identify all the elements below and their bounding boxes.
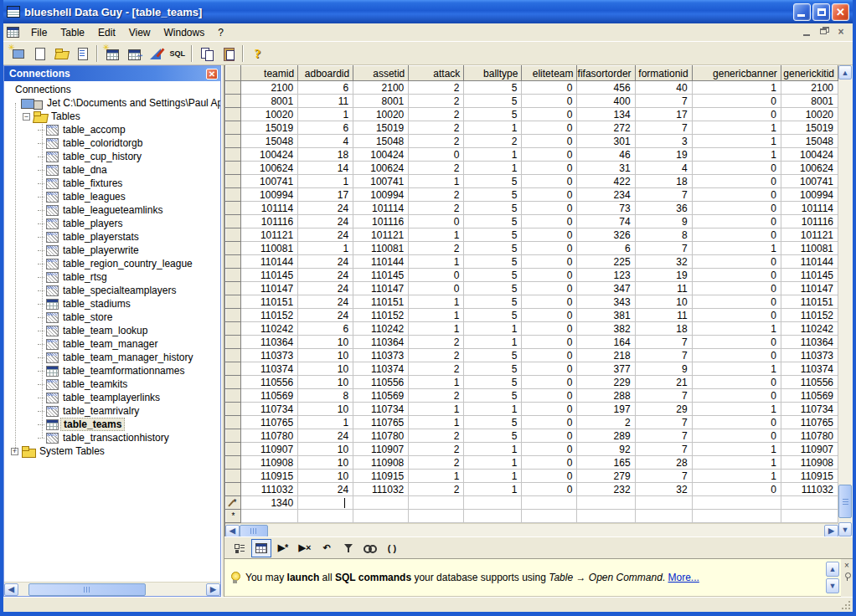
grid-cell[interactable]: 0 <box>522 309 577 322</box>
grid-cell[interactable] <box>409 510 464 523</box>
grid-cell[interactable] <box>577 510 635 523</box>
grid-cell[interactable]: 0 <box>522 242 577 255</box>
grid-cell[interactable]: 100741 <box>353 175 409 188</box>
row-header[interactable] <box>226 108 241 121</box>
grid-cell[interactable]: 24 <box>298 269 353 282</box>
grid-cell[interactable]: 0 <box>692 95 781 108</box>
scroll-up-button[interactable]: ▲ <box>838 65 852 80</box>
grid-cell[interactable]: 8001 <box>241 95 298 108</box>
grid-cell[interactable]: 382 <box>577 322 635 336</box>
hint-scroll-down-button[interactable]: ▼ <box>826 578 839 593</box>
grid-cell[interactable]: 18 <box>635 322 692 336</box>
grid-cell[interactable]: 0 <box>522 322 577 336</box>
mdi-child-icon[interactable] <box>7 27 19 38</box>
tree-item-table_teamformationnames[interactable]: table_teamformationnames <box>4 364 220 377</box>
grid-cell[interactable]: 0 <box>692 175 781 188</box>
new-record-button[interactable]: ▶* <box>273 539 293 557</box>
grid-cell[interactable]: 7 <box>635 470 692 483</box>
row-header[interactable] <box>226 148 241 162</box>
grid-cell[interactable]: 1 <box>409 175 464 188</box>
grid-cell[interactable]: 24 <box>298 483 353 496</box>
tree-item-table_playerstats[interactable]: table_playerstats <box>4 230 220 244</box>
grid-cell[interactable]: 46 <box>577 148 635 162</box>
tree-item-tables[interactable]: −Tables <box>4 110 220 123</box>
grid-cell[interactable]: 0 <box>692 282 781 295</box>
hint-scroll-up-button[interactable]: ▲ <box>826 562 839 577</box>
column-header-generickitid[interactable]: generickitid <box>781 66 838 81</box>
grid-horizontal-scrollbar[interactable]: ◀ ▶ <box>225 523 838 537</box>
grid-cell[interactable]: 14 <box>298 162 353 175</box>
grid-cell[interactable]: 5 <box>464 376 522 389</box>
grid-cell[interactable]: 11 <box>298 95 353 108</box>
menu-item-file[interactable]: File <box>24 24 54 41</box>
row-header[interactable] <box>226 81 241 95</box>
grid-cell[interactable]: 377 <box>577 362 635 376</box>
grid-cell[interactable]: 9 <box>635 362 692 376</box>
grid-cell[interactable]: 110907 <box>353 443 409 456</box>
grid-cell[interactable]: 15019 <box>241 121 298 135</box>
grid-cell[interactable]: 0 <box>522 443 577 456</box>
grid-cell[interactable]: 110908 <box>241 456 298 470</box>
grid-cell[interactable]: 110780 <box>241 429 298 443</box>
grid-cell[interactable]: 1 <box>692 121 781 135</box>
row-header[interactable] <box>226 389 241 403</box>
grid-cell[interactable]: 100624 <box>241 162 298 175</box>
tree-item-table_accomp[interactable]: table_accomp <box>4 123 220 136</box>
grid-corner-cell[interactable] <box>226 66 241 81</box>
grid-cell[interactable]: 1 <box>464 148 522 162</box>
grid-cell[interactable] <box>781 496 838 510</box>
grid-cell[interactable]: 73 <box>577 202 635 215</box>
grid-cell[interactable]: 1 <box>692 470 781 483</box>
column-header-genericbanner[interactable]: genericbanner <box>692 66 781 81</box>
grid-cell[interactable]: 1 <box>464 483 522 496</box>
grid-cell[interactable]: 110152 <box>781 309 838 322</box>
grid-cell[interactable]: 19 <box>635 148 692 162</box>
grid-cell[interactable]: 110374 <box>781 362 838 376</box>
grid-cell[interactable]: 100624 <box>781 162 838 175</box>
grid-cell[interactable]: 0 <box>522 228 577 242</box>
undo-button[interactable]: ↶ <box>317 539 337 557</box>
grid-cell[interactable]: 32 <box>635 255 692 269</box>
row-header[interactable] <box>226 403 241 416</box>
grid-cell[interactable]: 5 <box>464 215 522 228</box>
row-header[interactable] <box>226 336 241 349</box>
grid-cell[interactable] <box>464 496 522 510</box>
grid-cell[interactable]: 110765 <box>353 416 409 429</box>
tree-item-table_teamkits[interactable]: table_teamkits <box>4 377 220 391</box>
column-header-assetid[interactable]: assetid <box>353 66 409 81</box>
grid-cell[interactable]: 1 <box>464 121 522 135</box>
grid-cell[interactable]: 0 <box>692 255 781 269</box>
grid-cell[interactable]: 110144 <box>781 255 838 269</box>
grid-cell[interactable]: 2100 <box>241 81 298 95</box>
grid-cell[interactable]: 110364 <box>353 336 409 349</box>
grid-cell[interactable]: 0 <box>692 376 781 389</box>
grid-cell[interactable]: 1 <box>464 162 522 175</box>
grid-cell[interactable]: 101114 <box>241 202 298 215</box>
grid-cell[interactable]: 101121 <box>781 228 838 242</box>
grid-cell[interactable]: 7 <box>635 429 692 443</box>
grid-cell[interactable]: 0 <box>409 269 464 282</box>
grid-cell[interactable]: 101116 <box>241 215 298 228</box>
grid-cell[interactable]: 100424 <box>353 148 409 162</box>
grid-cell[interactable]: 7 <box>635 389 692 403</box>
grid-cell[interactable]: 110152 <box>241 309 298 322</box>
grid-cell[interactable]: 1 <box>692 242 781 255</box>
grid-cell[interactable]: 110147 <box>781 282 838 295</box>
grid-cell[interactable]: 15048 <box>353 135 409 148</box>
grid-cell[interactable]: 1 <box>409 295 464 309</box>
grid-cell[interactable]: 100741 <box>241 175 298 188</box>
grid-cell[interactable] <box>409 496 464 510</box>
grid-cell[interactable]: 110908 <box>781 456 838 470</box>
grid-cell[interactable]: 24 <box>298 282 353 295</box>
grid-cell[interactable]: 10 <box>298 403 353 416</box>
grid-cell[interactable]: 5 <box>464 269 522 282</box>
grid-cell[interactable]: 29 <box>635 403 692 416</box>
row-header[interactable] <box>226 483 241 496</box>
grid-cell[interactable]: 1 <box>464 456 522 470</box>
grid-cell[interactable]: 1 <box>692 322 781 336</box>
grid-cell[interactable] <box>635 510 692 523</box>
menu-item-help[interactable]: ? <box>211 24 230 41</box>
new-row-marker[interactable]: * <box>226 510 241 523</box>
row-header[interactable] <box>226 349 241 362</box>
grid-cell[interactable]: 326 <box>577 228 635 242</box>
